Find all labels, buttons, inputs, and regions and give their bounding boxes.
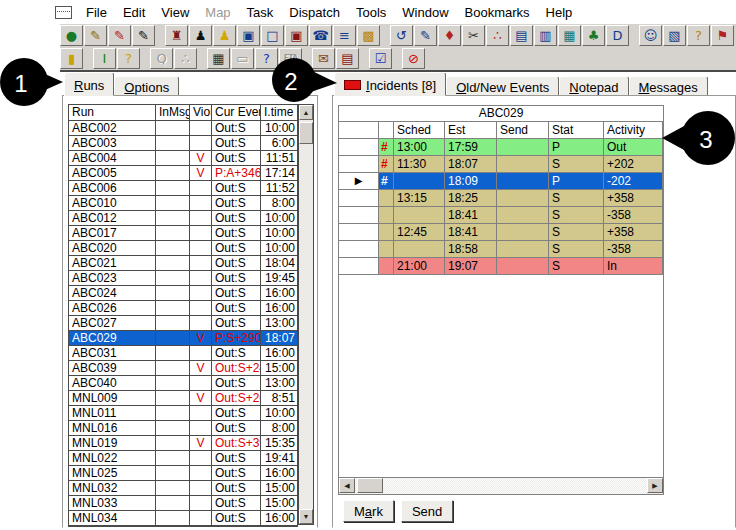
world-button[interactable]: ●: [60, 25, 83, 46]
bus-stop-button[interactable]: ♣: [582, 25, 605, 46]
menu-dispatch[interactable]: Dispatch: [281, 3, 348, 22]
driver-black-button[interactable]: ♟: [189, 25, 212, 46]
vehicle-alert-button[interactable]: ▣: [285, 25, 308, 46]
run-row-mnl022[interactable]: MNL022Out:S19:41: [69, 451, 298, 466]
run-row-abc004[interactable]: ABC004VOut:S11:51: [69, 151, 298, 166]
run-row-abc012[interactable]: ABC012Out:S10:00: [69, 211, 298, 226]
vehicle-window-button[interactable]: ▣: [237, 25, 260, 46]
run-row-abc039[interactable]: ABC039VOut:S+24515:00: [69, 361, 298, 376]
run-row-mnl011[interactable]: MNL011Out:S10:00: [69, 406, 298, 421]
run-row-abc003[interactable]: ABC003Out:S6:00: [69, 136, 298, 151]
row-selector[interactable]: [339, 190, 379, 207]
letter-d-button[interactable]: D: [606, 25, 629, 46]
detail-row-1[interactable]: #13:0017:59POut: [339, 139, 663, 156]
menu-help[interactable]: Help: [538, 3, 581, 22]
hscroll-thumb[interactable]: [357, 478, 383, 493]
run-row-abc021[interactable]: ABC021Out:S18:04: [69, 256, 298, 271]
run-row-abc031[interactable]: ABC031Out:S16:00: [69, 346, 298, 361]
hscroll-track[interactable]: [355, 478, 647, 494]
scroll-left-button[interactable]: ◀: [339, 478, 355, 493]
mark-button[interactable]: Mark: [343, 500, 394, 522]
cut-shapes-button[interactable]: ✂: [462, 25, 485, 46]
info-button[interactable]: I: [93, 48, 116, 69]
menu-window[interactable]: Window: [394, 3, 456, 22]
group-shapes-button[interactable]: ♦: [438, 25, 461, 46]
row-selector[interactable]: [339, 139, 379, 156]
run-row-mnl033[interactable]: MNL033Out:S15:00: [69, 496, 298, 511]
app-icon[interactable]: [55, 6, 72, 19]
run-row-abc020[interactable]: ABC020Out:S10:00: [69, 241, 298, 256]
row-selector[interactable]: [339, 224, 379, 241]
run-row-abc040[interactable]: ABC040Out:S13:00: [69, 376, 298, 391]
checklist-button[interactable]: ☑: [369, 48, 392, 69]
run-row-abc023[interactable]: ABC023Out:S19:45: [69, 271, 298, 286]
detail-row-2[interactable]: #11:3018:07S+202: [339, 156, 663, 173]
vehicles-cascade-button[interactable]: □: [261, 25, 284, 46]
menu-task[interactable]: Task: [239, 3, 282, 22]
run-row-abc024[interactable]: ABC024Out:S16:00: [69, 286, 298, 301]
scroll-track[interactable]: [299, 120, 313, 509]
taxi-query-button[interactable]: ?: [687, 25, 710, 46]
menu-view[interactable]: View: [153, 3, 197, 22]
run-row-abc006[interactable]: ABC006Out:S11:52: [69, 181, 298, 196]
run-row-mnl016[interactable]: MNL016Out:S8:00: [69, 421, 298, 436]
run-row-mnl025[interactable]: MNL025Out:S16:00: [69, 466, 298, 481]
windows-cascade-button[interactable]: ▩: [357, 25, 380, 46]
run-row-mnl034[interactable]: MNL034Out:S16:00: [69, 511, 298, 526]
detail-row-4[interactable]: 13:1518:25S+358: [339, 190, 663, 207]
current-row-arrow[interactable]: ▶: [339, 173, 379, 190]
route-edit-button[interactable]: ✎: [414, 25, 437, 46]
scroll-thumb[interactable]: [299, 122, 313, 144]
row-selector[interactable]: [339, 156, 379, 173]
menu-map[interactable]: Map: [197, 3, 238, 22]
help-button[interactable]: ?: [117, 48, 140, 69]
route-select-button[interactable]: ↺: [390, 25, 413, 46]
taxi-flag-button[interactable]: ⚑: [711, 25, 734, 46]
run-row-mnl019[interactable]: MNL019VOut:S+39015:35: [69, 436, 298, 451]
depot-button[interactable]: ♜: [165, 25, 188, 46]
run-row-abc029[interactable]: ABC029VP:S+29018:07: [69, 331, 298, 346]
route-person-button[interactable]: ☺: [639, 25, 662, 46]
right-tab-notepad[interactable]: Notepad: [559, 76, 628, 96]
edit-points-button[interactable]: ✎: [108, 25, 131, 46]
log-book-button[interactable]: ▤: [336, 48, 359, 69]
scroll-up-button[interactable]: ▲: [299, 105, 313, 120]
run-row-abc010[interactable]: ABC010Out:S8:00: [69, 196, 298, 211]
run-row-abc026[interactable]: ABC026Out:S16:00: [69, 301, 298, 316]
measure-button[interactable]: ▭: [231, 48, 254, 69]
run-row-abc005[interactable]: ABC005VP:A+34617:14: [69, 166, 298, 181]
menu-edit[interactable]: Edit: [115, 3, 153, 22]
detail-row-6[interactable]: 12:4518:41S+358: [339, 224, 663, 241]
row-selector[interactable]: [339, 241, 379, 258]
scroll-right-button[interactable]: ▶: [647, 478, 663, 493]
menu-bookmarks[interactable]: Bookmarks: [457, 3, 538, 22]
no-clock-button[interactable]: ⊘: [402, 48, 425, 69]
bus-schedule-button[interactable]: ▥: [534, 25, 557, 46]
find-button[interactable]: Q: [150, 48, 173, 69]
run-row-abc027[interactable]: ABC027Out:S13:00: [69, 316, 298, 331]
right-tab-old-new-events[interactable]: Old/New Events: [446, 76, 559, 96]
monitor-map-button[interactable]: ▦: [558, 25, 581, 46]
menu-tools[interactable]: Tools: [348, 3, 394, 22]
send-button[interactable]: Send: [401, 500, 453, 522]
run-row-mnl009[interactable]: MNL009VOut:S+2638:51: [69, 391, 298, 406]
right-tab-messages[interactable]: Messages: [629, 76, 708, 96]
left-tab-runs[interactable]: Runs: [64, 72, 114, 96]
detail-row-7[interactable]: 18:58S-358: [339, 241, 663, 258]
detail-row-3[interactable]: ▶#18:09P-202: [339, 173, 663, 190]
edit-world-button[interactable]: ✎: [84, 25, 107, 46]
right-tab-incidents-8[interactable]: Incidents [8]: [334, 72, 446, 96]
phone-vehicle-button[interactable]: ☎: [309, 25, 332, 46]
run-row-mnl032[interactable]: MNL032Out:S15:00: [69, 481, 298, 496]
row-selector[interactable]: [339, 258, 379, 275]
footprints-button[interactable]: ∴: [174, 48, 197, 69]
passengers-button[interactable]: ∴: [486, 25, 509, 46]
monitor-status-button[interactable]: ▦: [207, 48, 230, 69]
scroll-down-button[interactable]: ▼: [299, 509, 313, 524]
driver-yellow-button[interactable]: ♟: [213, 25, 236, 46]
monitor-person-button[interactable]: ▧: [663, 25, 686, 46]
row-selector[interactable]: [339, 207, 379, 224]
run-row-abc017[interactable]: ABC017Out:S10:00: [69, 226, 298, 241]
detail-row-5[interactable]: 18:41S-358: [339, 207, 663, 224]
run-row-abc002[interactable]: ABC002Out:S10:00: [69, 121, 298, 136]
